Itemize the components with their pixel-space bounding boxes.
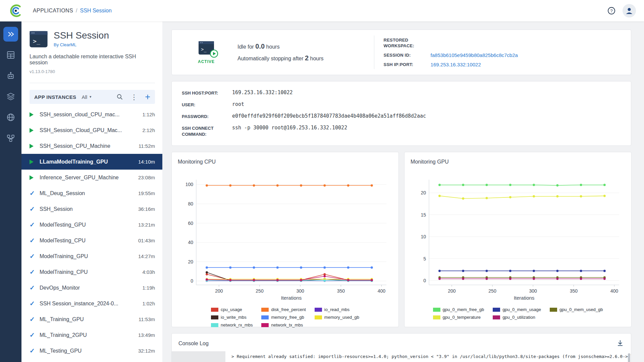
list-item[interactable]: LLamaModelTraining_GPU14:10m <box>21 154 162 170</box>
download-log-button[interactable] <box>616 339 624 348</box>
legend-swatch <box>261 315 269 319</box>
app-description: Launch a detachable remote interactive S… <box>21 49 162 66</box>
completed-icon: ✓ <box>30 221 40 229</box>
page-title: SSH Session <box>54 30 109 41</box>
check-icon: ✓ <box>30 331 35 339</box>
rail-datasets-button[interactable] <box>3 89 18 104</box>
app-instances-header: APP INSTANCES All ▼ ⋮ + <box>30 90 155 104</box>
user-icon <box>625 6 634 15</box>
legend-swatch <box>261 323 269 327</box>
list-item[interactable]: Inference_Server_GPU_Machine23:08m <box>21 170 162 185</box>
list-item[interactable]: SSH_Session_CPU_Machine11:52m <box>21 138 162 154</box>
svg-text:40: 40 <box>188 240 193 245</box>
gpu-chart: 05101520200250300350400Iterations <box>411 175 625 302</box>
running-icon <box>30 160 40 164</box>
completed-icon: ✓ <box>30 205 40 213</box>
robot-icon <box>6 71 15 80</box>
list-item[interactable]: ✓ModelTraining_CPU4:03h <box>21 264 162 280</box>
user-avatar[interactable] <box>623 4 636 17</box>
list-item[interactable]: ✓ML_Testing_GPU32:12m <box>21 343 162 359</box>
detail-value: e0f0effdfe929f60f209ebcb5f1878407783dae4… <box>232 113 621 119</box>
svg-text:300: 300 <box>296 288 304 294</box>
running-badge-icon <box>210 49 218 58</box>
breadcrumb-separator: / <box>76 8 77 14</box>
completed-icon: ✓ <box>30 189 40 197</box>
completed-icon: ✓ <box>30 237 40 244</box>
play-triangle-icon <box>30 112 34 117</box>
legend-label: memory_free_gb <box>271 315 304 320</box>
app-byline-link[interactable]: By ClearML <box>54 42 109 47</box>
rail-projects-button[interactable] <box>3 48 18 62</box>
play-triangle-icon <box>30 160 34 164</box>
list-item[interactable]: SSH_session_cloud_CPU_mac...1:12h <box>21 107 162 122</box>
svg-text:10: 10 <box>421 234 426 239</box>
session-id-label: SESSION ID: <box>384 52 431 58</box>
rail-automation-button[interactable] <box>3 68 18 83</box>
globe-icon <box>6 113 15 122</box>
cpu-chart-title: Monitoring CPU <box>178 159 392 165</box>
legend-label: io_read_mbs <box>324 307 350 312</box>
cpu-chart: 020406080100200250300350400Iterations <box>178 175 392 302</box>
check-icon: ✓ <box>30 347 35 355</box>
play-triangle-icon <box>30 144 34 148</box>
gpu-monitoring-card: Monitoring GPU 05101520200250300350400It… <box>404 152 632 327</box>
list-item[interactable]: ✓SSH Session_instance_2024-0...1:02h <box>21 296 162 311</box>
running-icon <box>30 144 40 148</box>
log-area: > Requirement already satisfied: importl… <box>172 351 631 362</box>
list-item[interactable]: ✓ModelTesting_CPU01:43m <box>21 233 162 248</box>
svg-text:Iterations: Iterations <box>514 295 535 301</box>
instance-runtime: 19:55m <box>135 190 155 196</box>
list-item[interactable]: ✓ModelTesting_GPU13:21m <box>21 217 162 233</box>
session-info: RESTORED WORKSPACE: SESSION ID: fa853b61… <box>384 37 518 67</box>
svg-text:?: ? <box>610 8 612 13</box>
check-icon: ✓ <box>30 315 35 323</box>
instance-name: ML_Training_2GPU <box>40 332 87 338</box>
instances-filter-dropdown[interactable]: All ▼ <box>82 94 92 100</box>
list-item[interactable]: ✓ML_Training_GPU11:53m <box>21 311 162 327</box>
svg-text:400: 400 <box>378 288 386 294</box>
instance-runtime: 13:49m <box>135 332 155 338</box>
main-content: >_ ACTIVE Idle for 0.0 hours Automatical… <box>162 21 644 362</box>
detail-value: 169.253.16.332:10022 <box>232 89 621 96</box>
legend-label: io_write_mbs <box>221 315 247 320</box>
instance-runtime: 1:12h <box>139 112 155 117</box>
detail-value: ssh -p 30000 root@169.253.16.332.10022 <box>232 125 621 131</box>
play-triangle-icon <box>30 128 34 133</box>
applications-icon <box>6 30 15 39</box>
ssh-ip-port-link[interactable]: 169.253.16.332:10022 <box>431 62 518 67</box>
legend-item: disk_free_percent <box>261 307 306 312</box>
search-icon <box>116 94 123 100</box>
console-scrollbar[interactable] <box>628 353 630 362</box>
session-id-link[interactable]: fa853b6105e9459b80a825b6c8c7cb2a <box>431 52 518 58</box>
list-item[interactable]: ✓SSH_Session36:16m <box>21 201 162 217</box>
legend-label: cpu_usage <box>221 307 242 312</box>
instance-name: ModelTesting_GPU <box>40 222 86 228</box>
add-instance-button[interactable]: + <box>145 93 150 102</box>
rail-applications-button[interactable] <box>3 27 18 42</box>
svg-text:>_: >_ <box>33 38 40 45</box>
status-card: >_ ACTIVE Idle for 0.0 hours Automatical… <box>171 29 631 75</box>
cpu-monitoring-card: Monitoring CPU 0204060801002002503003504… <box>171 152 399 327</box>
rail-web-button[interactable] <box>3 110 18 125</box>
list-item[interactable]: ✓ML_Training_2GPU13:49m <box>21 327 162 343</box>
projects-grid-icon <box>6 51 15 59</box>
breadcrumb-applications[interactable]: APPLICATIONS <box>33 8 73 14</box>
details-grid: SSH HOST:PORT:169.253.16.332:10022USER:r… <box>182 89 621 137</box>
legend-item: gpu_0_mem_free_gb <box>433 307 484 312</box>
rail-pipelines-button[interactable] <box>3 131 18 145</box>
list-item[interactable]: ✓ML_Deug_Session19:55m <box>21 185 162 201</box>
completed-icon: ✓ <box>30 252 40 260</box>
search-button[interactable] <box>116 94 123 100</box>
list-item[interactable]: ✓DevOps_Monitor1:19h <box>21 280 162 296</box>
check-icon: ✓ <box>30 189 35 197</box>
list-item[interactable]: SSH_Session_Cloud_GPU_Mac...2:12h <box>21 122 162 138</box>
running-icon <box>30 128 40 133</box>
list-item[interactable]: ✓ModelTraining_GPU14:27m <box>21 248 162 264</box>
help-button[interactable]: ? <box>606 6 616 16</box>
instance-name: ModelTraining_GPU <box>40 253 88 259</box>
detail-label: SSH HOST:PORT: <box>182 89 225 96</box>
console-lines: > Requirement already satisfied: importl… <box>225 351 631 362</box>
svg-text:5: 5 <box>423 256 426 261</box>
instances-menu-button[interactable]: ⋮ <box>130 94 138 101</box>
svg-text:200: 200 <box>215 288 223 294</box>
